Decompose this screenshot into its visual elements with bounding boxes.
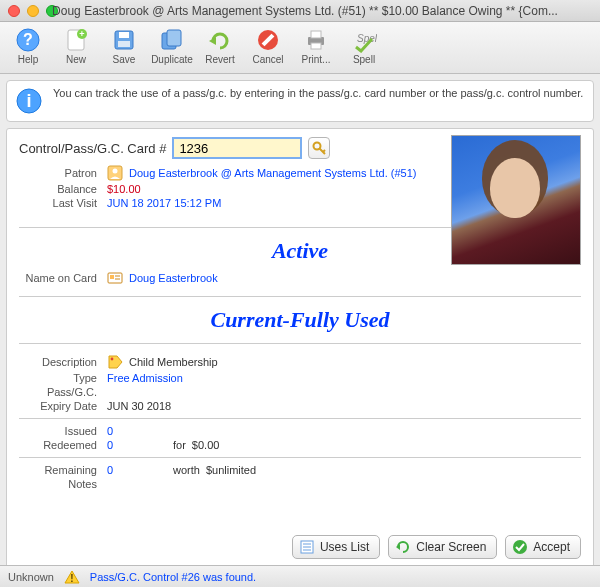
window-title: Doug Easterbrook @ Arts Management Syste… (18, 4, 592, 18)
warning-icon: ! (64, 569, 80, 585)
status-left: Unknown (8, 571, 54, 583)
svg-text:i: i (26, 91, 31, 111)
svg-marker-28 (109, 356, 122, 368)
notes-label: Notes (19, 478, 101, 490)
cancel-button[interactable]: Cancel (246, 25, 290, 71)
info-banner: i You can track the use of a pass/g.c. b… (6, 80, 594, 122)
svg-point-35 (513, 540, 527, 554)
status-current: Current-Fully Used (19, 307, 581, 333)
svg-rect-14 (311, 31, 321, 38)
revert-button[interactable]: Revert (198, 25, 242, 71)
status-bar: Unknown ! Pass/G.C. Control #26 was foun… (0, 565, 600, 587)
lookup-button[interactable] (308, 137, 330, 159)
svg-text:!: ! (70, 573, 73, 584)
button-bar: Uses List Clear Screen Accept (292, 535, 581, 559)
svg-text:+: + (79, 29, 84, 39)
duplicate-button[interactable]: Duplicate (150, 25, 194, 71)
passgc-label: Pass/G.C. (19, 386, 101, 398)
toolbar: ? Help + New Save Duplicate Revert Cance… (0, 22, 600, 74)
cancel-icon (255, 27, 281, 53)
name-on-card-label: Name on Card (19, 272, 101, 284)
svg-point-23 (113, 169, 118, 174)
patron-label: Patron (19, 167, 101, 179)
status-found: Pass/G.C. Control #26 was found. (90, 571, 256, 583)
accept-icon (512, 539, 528, 555)
last-visit-label: Last Visit (19, 197, 101, 209)
revert-icon (207, 27, 233, 53)
svg-line-21 (323, 150, 325, 152)
last-visit-value: JUN 18 2017 15:12 PM (107, 197, 221, 209)
remaining-value: 0 (107, 464, 167, 476)
svg-rect-9 (167, 30, 181, 46)
redeemed-for-value: $0.00 (192, 439, 220, 451)
main-content: Control/Pass/G.C. Card # Patron Doug Eas… (6, 128, 594, 568)
svg-rect-25 (110, 275, 114, 279)
help-button[interactable]: ? Help (6, 25, 50, 71)
tag-icon (107, 354, 123, 370)
uses-list-button[interactable]: Uses List (292, 535, 380, 559)
patron-photo (451, 135, 581, 265)
patron-link[interactable]: Doug Easterbrook @ Arts Management Syste… (129, 167, 417, 179)
redeemed-value: 0 (107, 439, 167, 451)
expiry-value: JUN 30 2018 (107, 400, 171, 412)
expiry-label: Expiry Date (19, 400, 101, 412)
svg-rect-15 (311, 43, 321, 49)
clear-screen-button[interactable]: Clear Screen (388, 535, 497, 559)
name-on-card-value[interactable]: Doug Easterbrook (129, 272, 218, 284)
new-icon: + (63, 27, 89, 53)
new-button[interactable]: + New (54, 25, 98, 71)
description-value: Child Membership (129, 356, 218, 368)
help-icon: ? (15, 27, 41, 53)
remaining-label: Remaining (19, 464, 101, 476)
issued-label: Issued (19, 425, 101, 437)
spell-button[interactable]: Spell Spell (342, 25, 386, 71)
remaining-worth-label: worth (173, 464, 200, 476)
svg-rect-6 (119, 32, 129, 38)
person-icon (107, 165, 123, 181)
issued-value: 0 (107, 425, 113, 437)
card-number-label: Control/Pass/G.C. Card # (19, 141, 166, 156)
svg-text:?: ? (23, 31, 33, 48)
list-icon (299, 539, 315, 555)
card-icon (107, 270, 123, 286)
type-label: Type (19, 372, 101, 384)
info-text: You can track the use of a pass/g.c. by … (53, 87, 583, 99)
print-icon (303, 27, 329, 53)
accept-button[interactable]: Accept (505, 535, 581, 559)
card-number-input[interactable] (172, 137, 302, 159)
redeemed-label: Redeemed (19, 439, 101, 451)
duplicate-icon (159, 27, 185, 53)
info-icon: i (15, 87, 43, 115)
window-titlebar: Doug Easterbrook @ Arts Management Syste… (0, 0, 600, 22)
key-icon (312, 141, 326, 155)
svg-rect-7 (118, 41, 130, 47)
save-button[interactable]: Save (102, 25, 146, 71)
save-icon (111, 27, 137, 53)
type-value: Free Admission (107, 372, 183, 384)
remaining-worth-value: $unlimited (206, 464, 256, 476)
balance-label: Balance (19, 183, 101, 195)
balance-value: $10.00 (107, 183, 141, 195)
svg-point-29 (111, 358, 114, 361)
redeemed-for-label: for (173, 439, 186, 451)
description-label: Description (19, 356, 101, 368)
refresh-icon (395, 539, 411, 555)
spell-icon: Spell (351, 27, 377, 53)
print-button[interactable]: Print... (294, 25, 338, 71)
